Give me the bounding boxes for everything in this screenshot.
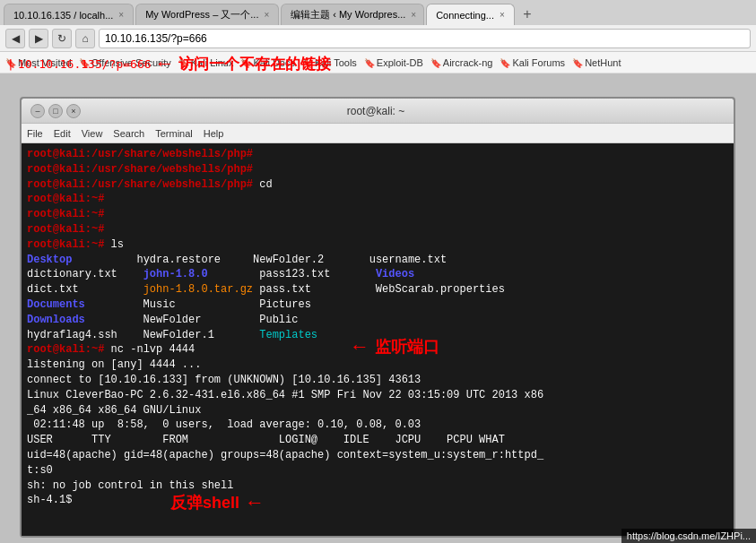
tab-bar: 10.10.16.135 / localh... × My WordPress …	[0, 0, 756, 25]
listen-arrow-icon: ←	[350, 335, 369, 358]
status-bar: https://blog.csdn.me/IZHPi...	[621, 529, 756, 543]
menu-view[interactable]: View	[82, 128, 103, 139]
close-button[interactable]: ×	[66, 104, 81, 118]
shell-annotation-text: 反弹shell	[170, 492, 239, 513]
menu-file[interactable]: File	[27, 128, 43, 139]
menu-help[interactable]: Help	[204, 128, 224, 139]
shell-annotation: 反弹shell ←	[170, 491, 265, 514]
listen-annotation: ← 监听端口	[350, 335, 439, 358]
home-button[interactable]: ⌂	[75, 29, 95, 48]
tab-1[interactable]: 10.10.16.135 / localh... ×	[4, 4, 134, 25]
maximize-button[interactable]: □	[48, 104, 63, 118]
url-arrow-icon: ←	[155, 52, 175, 75]
tab-3-close[interactable]: ×	[411, 10, 416, 20]
refresh-button[interactable]: ↻	[52, 29, 72, 48]
listen-annotation-text: 监听端口	[375, 336, 439, 358]
address-display: 10.10.16.135/?p=666	[18, 57, 152, 71]
address-bar[interactable]	[99, 29, 751, 48]
tab-2[interactable]: My WordPress – 又一个... ×	[135, 4, 279, 25]
minimize-button[interactable]: –	[30, 104, 45, 118]
forward-button[interactable]: ▶	[29, 29, 48, 48]
terminal-titlebar: – □ × root@kali: ~	[22, 99, 734, 124]
tab-4-close[interactable]: ×	[500, 10, 505, 20]
terminal-menubar: File Edit View Search Terminal Help	[22, 124, 734, 143]
terminal-window: – □ × root@kali: ~ File Edit View Search…	[20, 97, 735, 538]
menu-terminal[interactable]: Terminal	[155, 128, 193, 139]
new-tab-button[interactable]: +	[517, 4, 538, 25]
bookmark-exploit-db[interactable]: Exploit-DB	[364, 57, 423, 68]
tab-1-close[interactable]: ×	[118, 10, 124, 20]
terminal-controls: – □ ×	[30, 104, 81, 118]
back-button[interactable]: ◀	[5, 29, 25, 48]
url-annotation-text: 访问一个不存在的链接	[178, 54, 331, 74]
bookmark-nethunt[interactable]: NetHunt	[572, 57, 621, 68]
tab-4[interactable]: Connecting... ×	[426, 4, 515, 25]
bookmark-aircrack-ng[interactable]: Aircrack-ng	[430, 57, 493, 68]
tab-3[interactable]: 编辑主题 ‹ My Wordpres... ×	[281, 4, 424, 25]
menu-search[interactable]: Search	[113, 128, 144, 139]
tab-2-close[interactable]: ×	[264, 10, 269, 20]
terminal-title: root@kali: ~	[347, 105, 405, 117]
bookmark-kali-forums[interactable]: Kali Forums	[500, 57, 565, 68]
nav-bar: ◀ ▶ ↻ ⌂	[0, 25, 756, 52]
shell-arrow-icon: ←	[245, 491, 265, 514]
menu-edit[interactable]: Edit	[54, 128, 71, 139]
